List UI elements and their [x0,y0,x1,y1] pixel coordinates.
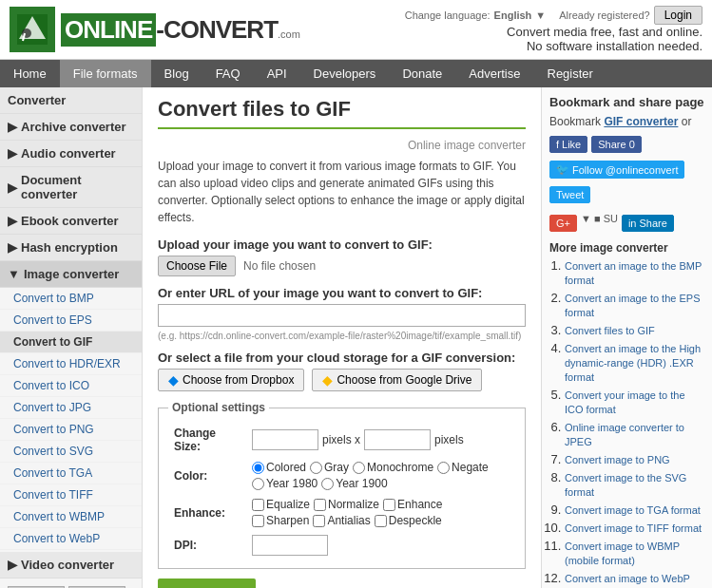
sidebar-item-svg[interactable]: Convert to SVG [0,441,142,463]
more-webp-link[interactable]: Convert an image to WebP [565,573,690,584]
more-tiff-link[interactable]: Convert image to TIFF format [565,522,702,534]
login-button[interactable]: Login [654,6,702,25]
sharpen-checkbox[interactable] [252,515,264,527]
url-input[interactable] [158,304,526,327]
logo-dash: - [156,15,164,45]
pixels-x: pixels x [322,433,360,446]
rs-gif-link[interactable]: GIF converter [604,115,678,128]
sidebar-hash-encryption[interactable]: ▶ Hash encryption [0,235,142,261]
enhance-checkbox[interactable] [383,499,395,511]
more-png-link[interactable]: Convert image to PNG [565,454,670,465]
in-share-label: Share [639,218,666,229]
nav-register[interactable]: Register [534,60,606,87]
more-tga-link[interactable]: Convert image to TGA format [565,504,701,516]
sidebar-hash-label: Hash encryption [21,240,118,255]
enhance-sharpen[interactable]: Sharpen [252,514,309,527]
nav-advertise[interactable]: Advertise [455,60,533,87]
sidebar-item-gif[interactable]: Convert to GIF [0,332,142,353]
color-colored[interactable]: Colored [252,461,306,474]
sidebar-item-png[interactable]: Convert to PNG [0,419,142,441]
choose-file-button[interactable]: Choose File [158,256,236,276]
nav-file-formats[interactable]: File formats [60,60,151,87]
already-registered: Already registered? [559,9,649,21]
sidebar-document-converter[interactable]: ▶ Document converter [0,167,142,208]
more-ico-link[interactable]: Convert your image to the ICO format [565,389,685,415]
list-item: Convert an image to WebP [565,571,704,585]
sidebar-item-ico[interactable]: Convert to ICO [0,375,142,397]
color-mono-radio[interactable] [353,462,365,474]
sidebar-item-bmp[interactable]: Convert to BMP [0,288,142,310]
sidebar-item-tiff[interactable]: Convert to TIFF [0,484,142,506]
sidebar-item-eps[interactable]: Convert to EPS [0,310,142,332]
gplus-button[interactable]: G+ [549,215,577,232]
facebook-share-button[interactable]: Share 0 [591,136,642,153]
settings-row-size: Change Size: pixels x pixels [170,424,513,456]
sidebar-item-jpg[interactable]: Convert to JPG [0,397,142,419]
sidebar-title-text: Converter [8,93,66,107]
color-1900-radio[interactable] [321,478,334,490]
twitter-tweet-button[interactable]: Tweet [549,186,590,203]
more-eps-link[interactable]: Convert an image to the EPS format [565,293,700,318]
size-width-input[interactable] [252,429,318,450]
sidebar-item-wbmp[interactable]: Convert to WBMP [0,506,142,528]
gdrive-icon: ◆ [322,372,333,388]
convert-file-button[interactable]: Convert file [158,579,256,588]
antialias-checkbox[interactable] [313,515,325,527]
normalize-checkbox[interactable] [314,499,326,511]
sidebar-video-converter[interactable]: ▶ Video converter [0,552,142,579]
color-year1900[interactable]: Year 1900 [321,477,387,490]
rs-bookmark-text: Bookmark GIF converter or [549,115,704,128]
sidebar-archive-converter[interactable]: ▶ Archive converter [0,114,142,141]
color-negate-radio[interactable] [437,462,450,474]
nav-blog[interactable]: Blog [151,60,202,87]
nav-api[interactable]: API [254,60,300,87]
sidebar-ebook-converter[interactable]: ▶ Ebook converter [0,208,142,235]
size-height-input[interactable] [364,429,431,450]
dropbox-button[interactable]: ◆ Choose from Dropbox [158,369,304,391]
twitter-follow-button[interactable]: 🐦 Follow @onlineconvert [549,161,684,179]
gdrive-button[interactable]: ◆ Choose from Google Drive [312,369,482,391]
nav-donate[interactable]: Donate [389,60,455,87]
more-gif-link[interactable]: Convert files to GIF [565,325,655,336]
dpi-input[interactable] [252,535,328,556]
nav-home[interactable]: Home [0,60,60,87]
sidebar-item-hdr[interactable]: Convert to HDR/EXR [0,353,142,375]
lang-arrow-icon[interactable]: ▼ [535,9,546,21]
rs-more-list: Convert an image to the BMP format Conve… [549,258,704,585]
color-radio-group-2: Year 1980 Year 1900 [252,477,510,490]
sidebar-image-converter[interactable]: ▼ Image converter [0,261,142,288]
enhance-normalize[interactable]: Normalize [314,498,379,511]
list-item: Online image converter to JPEG [565,420,704,448]
color-colored-radio[interactable] [252,462,264,474]
more-bmp-link[interactable]: Convert an image to the BMP format [565,260,702,286]
arrow-icon: ▶ [8,120,17,134]
more-hdr-link[interactable]: Convert an image to the High dynamic-ran… [565,343,701,383]
color-gray[interactable]: Gray [310,461,349,474]
enhance-antialias[interactable]: Antialias [313,514,370,527]
more-jpeg-link[interactable]: Online image converter to JPEG [565,422,684,447]
main-content: Convert files to GIF Online image conver… [143,87,541,588]
despeckle-checkbox[interactable] [375,515,387,527]
sidebar: Converter ▶ Archive converter ▶ Audio co… [0,87,143,588]
logo-area: ONLINE - CONVERT .com [10,7,300,52]
more-wbmp-link[interactable]: Convert image to WBMP (mobile format) [565,541,680,566]
enhance-despeckle[interactable]: Despeckle [375,514,442,527]
color-1980-radio[interactable] [252,478,264,490]
color-year1980[interactable]: Year 1980 [252,477,318,490]
color-negate[interactable]: Negate [437,461,489,474]
linkedin-share-button[interactable]: in Share [622,215,674,232]
enhance-enhance[interactable]: Enhance [383,498,442,511]
nav-developers[interactable]: Developers [300,60,390,87]
more-svg-link[interactable]: Convert image to the SVG format [565,472,686,498]
facebook-like-button[interactable]: f Like [549,136,587,153]
color-monochrome[interactable]: Monochrome [353,461,433,474]
logo-text: ONLINE - CONVERT .com [61,13,300,47]
sidebar-item-webp[interactable]: Convert to WebP [0,528,142,550]
color-gray-radio[interactable] [310,462,322,474]
enhance-equalize[interactable]: Equalize [252,498,310,511]
equalize-checkbox[interactable] [252,499,264,511]
nav-faq[interactable]: FAQ [202,60,254,87]
lang-area: Change language: English ▼ Already regis… [405,6,702,25]
sidebar-audio-converter[interactable]: ▶ Audio converter [0,141,142,167]
sidebar-item-tga[interactable]: Convert to TGA [0,463,142,484]
